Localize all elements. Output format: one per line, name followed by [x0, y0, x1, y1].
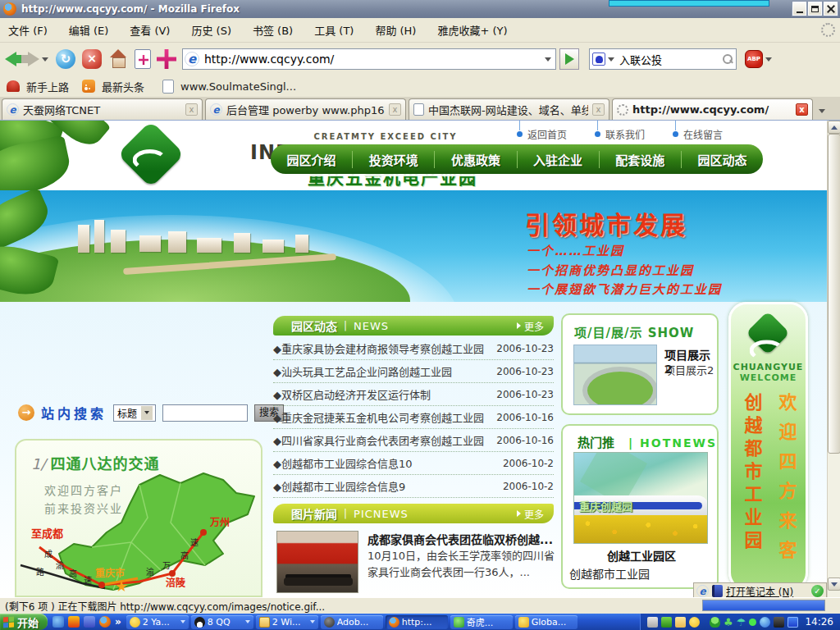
adblock-dropdown[interactable] — [765, 57, 772, 62]
task-qq[interactable]: 8 QQ — [191, 615, 253, 629]
search-icon[interactable] — [722, 53, 733, 65]
clover-icon[interactable]: ♣ — [724, 617, 733, 628]
search-engine-dropdown[interactable] — [608, 57, 614, 62]
picnews-photo[interactable] — [276, 531, 358, 593]
tab-list-dropdown[interactable] — [819, 109, 825, 113]
back-button[interactable] — [5, 46, 16, 72]
menu-history[interactable]: 历史 (S) — [191, 22, 231, 38]
ie-quicklaunch-icon[interactable] — [52, 616, 64, 628]
check-icon[interactable]: ✓ — [811, 585, 824, 597]
bookmark-latest-headlines[interactable]: 最新头条 — [102, 79, 144, 94]
hotnews-photo[interactable]: 重庆创越园 — [573, 452, 708, 544]
show-photo[interactable] — [573, 345, 657, 405]
user-icon[interactable] — [710, 617, 720, 628]
url-bar[interactable]: e http://www.cqcyy.com/ — [182, 48, 556, 70]
bookmark-getting-started[interactable]: 新手上路 — [26, 79, 69, 94]
hotnews-bold-caption[interactable]: 创越工业园区 — [563, 547, 720, 564]
close-button[interactable] — [824, 2, 838, 16]
tab-label[interactable]: 中国杰联网-网站建设、域名、单线... — [428, 102, 588, 117]
tab-label[interactable]: 天蚕网络TCNET — [23, 102, 181, 117]
menu-bookmarks[interactable]: 书签 (B) — [253, 22, 293, 38]
home-button[interactable] — [108, 46, 128, 72]
hotnews-caption[interactable]: 创越都市工业园 — [569, 565, 650, 582]
message-icon[interactable] — [675, 617, 686, 628]
news-item[interactable]: ◆创越都市工业园综合信息102006-10-2 — [273, 452, 554, 475]
nav-environment[interactable]: 投资环境 — [352, 151, 434, 168]
smiley-tray-icon[interactable] — [689, 617, 700, 628]
volume-icon[interactable] — [774, 617, 784, 628]
nav-facilities[interactable]: 配套设施 — [599, 151, 681, 168]
minimize-button[interactable] — [792, 2, 806, 16]
url-text[interactable]: http://www.cqcyy.com/ — [199, 52, 542, 66]
link-message[interactable]: 在线留言 — [673, 127, 723, 141]
new-page-button[interactable] — [135, 46, 151, 72]
mail-icon[interactable] — [661, 617, 672, 628]
tab-1[interactable]: e 天蚕网络TCNET x — [2, 98, 203, 120]
news-item[interactable]: ◆重庆金冠捷莱五金机电公司考察创越工业园2006-10-16 — [273, 406, 554, 429]
tab-close-icon[interactable]: x — [796, 103, 808, 116]
dropdown-icon[interactable] — [180, 620, 185, 623]
task-qihu[interactable]: 奇虎... — [450, 615, 513, 629]
url-dropdown[interactable] — [545, 57, 551, 62]
umbrella-icon[interactable]: ☂ — [737, 617, 746, 628]
tab-4-active[interactable]: http://www.cqcyy.com/ x — [612, 98, 813, 120]
news-item[interactable]: ◆汕头玩具工艺品企业问路创越工业园2006-10-23 — [273, 360, 554, 383]
tab-label[interactable]: 后台管理 powerby www.php168.... — [226, 102, 385, 117]
task-adobe[interactable]: Adob... — [321, 615, 383, 629]
tab-close-icon[interactable]: x — [592, 103, 605, 116]
restore-button[interactable] — [808, 2, 822, 16]
ime-keyboard-icon[interactable] — [647, 617, 658, 628]
site-search-input[interactable] — [162, 404, 248, 422]
nav-policy[interactable]: 优惠政策 — [434, 151, 516, 168]
news-item[interactable]: ◆创越都市工业园综合信息92006-10-2 — [273, 475, 554, 498]
scroll-down-button[interactable] — [828, 578, 840, 591]
menu-edit[interactable]: 编辑 (E) — [69, 22, 109, 38]
badge-3d-icon[interactable] — [788, 617, 798, 628]
link-home[interactable]: 返回首页 — [517, 127, 567, 141]
forward-button[interactable] — [28, 46, 39, 72]
news-item[interactable]: ◆双桥区启动经济开发区运行体制2006-10-23 — [273, 383, 554, 406]
link-contact[interactable]: 联系我们 — [595, 127, 645, 141]
search-field-select[interactable]: 标题 — [113, 404, 156, 422]
adblock-icon[interactable]: ABP — [745, 50, 763, 68]
vertical-scrollbar[interactable] — [827, 121, 840, 597]
flashget-icon[interactable] — [68, 616, 80, 628]
firefox-quicklaunch-icon[interactable] — [99, 616, 111, 628]
menu-file[interactable]: 文件 (F) — [8, 22, 48, 38]
bookmark-soulmate[interactable]: www.SoulmateSingl... — [180, 80, 296, 93]
task-global[interactable]: Globa... — [515, 615, 578, 629]
picnews-article-title[interactable]: 成都家俱商会代表团莅临双桥创越... — [368, 531, 556, 547]
chevron-icon[interactable]: » — [115, 616, 121, 628]
news-more-link[interactable]: 更多 — [517, 319, 544, 333]
news-item[interactable]: ◆重庆家具协会建材商报领导考察创越工业园2006-10-23 — [273, 337, 554, 360]
nav-news[interactable]: 园区动态 — [681, 151, 763, 168]
task-windows[interactable]: 2 Wi... — [256, 615, 318, 629]
site-logo[interactable] — [127, 130, 175, 178]
media-player-icon[interactable] — [84, 616, 95, 628]
tab-2[interactable]: e 后台管理 powerby www.php168.... x — [205, 98, 406, 120]
menu-yahoo[interactable]: 雅虎收藏+ (Y) — [437, 22, 507, 38]
nav-intro[interactable]: 园区介绍 — [271, 151, 352, 168]
tab-3[interactable]: 中国杰联网-网站建设、域名、单线... x — [409, 98, 609, 120]
status-dot-icon[interactable] — [749, 619, 756, 626]
nav-enterprises[interactable]: 入驻企业 — [517, 151, 599, 168]
forward-dropdown[interactable] — [42, 57, 48, 62]
scroll-up-button[interactable] — [828, 121, 840, 134]
reload-button[interactable]: ↻ — [56, 46, 75, 72]
menu-help[interactable]: 帮助 (H) — [375, 22, 416, 38]
dropdown-icon[interactable] — [310, 620, 315, 623]
picnews-more-link[interactable]: 更多 — [517, 507, 544, 521]
open-notebook-link[interactable]: 打开笔记本 (N) — [726, 584, 793, 598]
menu-tools[interactable]: 工具 (T) — [314, 22, 354, 38]
news-item[interactable]: ◆四川省家具行业商会代表团考察创越工业园2006-10-16 — [273, 429, 554, 452]
network-globe-icon[interactable] — [760, 617, 770, 628]
tab-close-icon[interactable]: x — [389, 103, 401, 116]
task-yahoo[interactable]: 2 Ya... — [126, 615, 189, 629]
task-firefox[interactable]: http:... — [386, 615, 448, 629]
dropdown-icon[interactable] — [245, 620, 250, 623]
search-box[interactable]: 入联公投 — [589, 48, 737, 70]
tab-label[interactable]: http://www.cqcyy.com/ — [632, 103, 792, 116]
menu-view[interactable]: 查看 (V) — [130, 22, 170, 38]
start-button[interactable]: 开始 — [0, 614, 48, 630]
add-button[interactable] — [156, 46, 177, 72]
